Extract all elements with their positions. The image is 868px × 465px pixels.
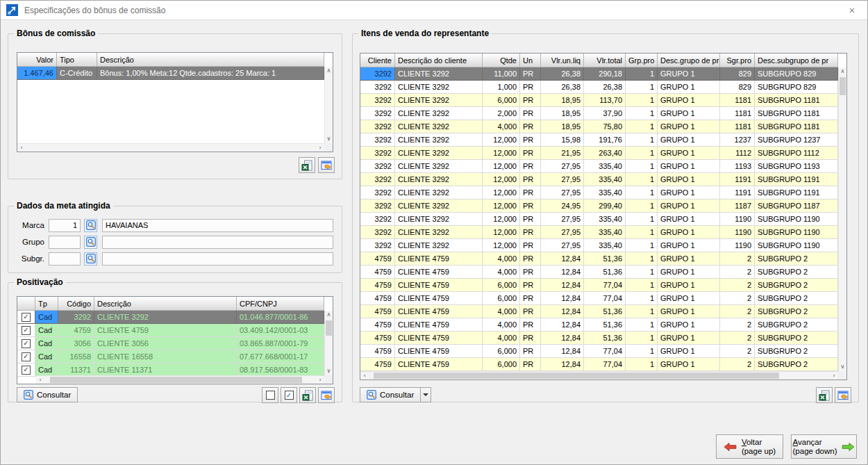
positivacao-horizontal-scrollbar[interactable]: ‹ › bbox=[36, 375, 324, 384]
row-checkbox[interactable]: ✓ bbox=[22, 339, 31, 348]
itens-row[interactable]: 3292CLIENTE 329211,000PR26,38290,181GRUP… bbox=[360, 67, 838, 81]
column-header[interactable]: Descrição do cliente bbox=[395, 54, 483, 67]
scroll-up-arrow[interactable]: ∧ bbox=[839, 67, 846, 76]
scroll-thumb[interactable] bbox=[326, 320, 332, 336]
bonus-horizontal-scrollbar[interactable]: ‹ › bbox=[17, 143, 324, 152]
itens-consultar-dropdown-button[interactable] bbox=[420, 387, 431, 402]
itens-row[interactable]: 4759CLIENTE 47594,000PR12,8451,361GRUPO … bbox=[360, 332, 838, 345]
scroll-left-arrow[interactable]: ‹ bbox=[17, 144, 26, 152]
positivacao-consultar-button[interactable]: Consultar bbox=[17, 387, 78, 402]
itens-row[interactable]: 4759CLIENTE 47596,000PR12,8477,041GRUPO … bbox=[360, 358, 838, 371]
column-header[interactable]: Descrição bbox=[97, 53, 324, 67]
column-header[interactable]: Tp bbox=[35, 297, 58, 311]
itens-row[interactable]: 4759CLIENTE 47596,000PR12,8477,041GRUPO … bbox=[360, 292, 838, 305]
column-header[interactable]: Grp.pro bbox=[626, 54, 658, 67]
scroll-thumb[interactable] bbox=[840, 77, 846, 95]
grupo-description-field[interactable] bbox=[102, 236, 333, 249]
bonus-row[interactable]: 1.467,46C-CréditoBônus: 1,00% Meta:12 Qt… bbox=[17, 67, 324, 80]
bonus-report-button[interactable] bbox=[318, 157, 335, 173]
row-checkbox[interactable]: ✓ bbox=[22, 326, 31, 335]
column-header[interactable]: Tipo bbox=[57, 53, 97, 67]
row-checkbox[interactable]: ✓ bbox=[22, 352, 31, 361]
column-header[interactable]: Desc.grupo de produ bbox=[658, 54, 720, 67]
row-checkbox[interactable]: ✓ bbox=[22, 366, 31, 375]
positivacao-row[interactable]: ✓Cad3056CLIENTE 305603.865.887/0001-79 bbox=[17, 337, 324, 350]
positivacao-export-excel-button[interactable] bbox=[299, 387, 316, 403]
scroll-thumb[interactable] bbox=[374, 373, 779, 379]
grupo-code-input[interactable] bbox=[49, 236, 81, 249]
subgrupo-code-input[interactable] bbox=[49, 252, 81, 266]
itens-row[interactable]: 4759CLIENTE 47596,000PR12,8477,041GRUPO … bbox=[360, 345, 838, 358]
scroll-track[interactable] bbox=[839, 76, 846, 363]
itens-horizontal-scrollbar[interactable]: ‹ › bbox=[360, 371, 838, 380]
itens-vertical-scrollbar[interactable]: ∧ ∨ bbox=[838, 67, 846, 371]
column-header[interactable]: Valor bbox=[17, 53, 57, 67]
column-header[interactable] bbox=[17, 297, 35, 311]
itens-row[interactable]: 4759CLIENTE 47594,000PR12,8451,361GRUPO … bbox=[360, 318, 838, 332]
avancar-button[interactable]: Avançar (page down) bbox=[791, 434, 857, 459]
itens-row[interactable]: 3292CLIENTE 32922,000PR18,9537,901GRUPO … bbox=[360, 107, 838, 120]
column-header[interactable]: Descrição bbox=[94, 297, 237, 311]
column-header[interactable]: Un bbox=[520, 54, 541, 67]
check-all-button[interactable]: ✓ bbox=[281, 387, 297, 403]
itens-consultar-button[interactable]: Consultar bbox=[360, 387, 421, 402]
itens-row[interactable]: 3292CLIENTE 329212,000PR21,95263,401GRUP… bbox=[360, 147, 838, 160]
scroll-up-arrow[interactable]: ∧ bbox=[325, 311, 333, 319]
scroll-down-arrow[interactable]: ∨ bbox=[325, 367, 333, 375]
positivacao-vertical-scrollbar[interactable]: ∧ ∨ bbox=[324, 311, 333, 375]
positivacao-row[interactable]: ✓Cad3292CLIENTE 329201.046.877/0001-86 bbox=[17, 311, 324, 324]
scroll-track[interactable] bbox=[369, 372, 830, 380]
column-header[interactable]: Vlr.un.liq bbox=[541, 54, 584, 67]
scroll-right-arrow[interactable]: › bbox=[316, 144, 324, 152]
positivacao-row[interactable]: ✓Cad16558CLIENTE 1655807.677.668/0001-17 bbox=[17, 350, 324, 364]
column-header[interactable]: CPF/CNPJ bbox=[237, 297, 324, 311]
itens-row[interactable]: 3292CLIENTE 32926,000PR18,95113,701GRUPO… bbox=[360, 94, 838, 107]
scroll-track[interactable] bbox=[44, 376, 316, 384]
column-header[interactable]: Sgr.pro bbox=[720, 54, 755, 67]
scroll-track[interactable] bbox=[26, 144, 316, 152]
scroll-thumb[interactable] bbox=[50, 377, 303, 383]
scroll-left-arrow[interactable]: ‹ bbox=[36, 376, 44, 384]
itens-row[interactable]: 3292CLIENTE 329212,000PR27,95335,401GRUP… bbox=[360, 160, 838, 173]
scroll-track[interactable] bbox=[325, 319, 333, 367]
marca-lookup-button[interactable] bbox=[84, 219, 97, 232]
column-header[interactable]: Cliente bbox=[360, 54, 395, 67]
itens-row[interactable]: 4759CLIENTE 47594,000PR12,8451,361GRUPO … bbox=[360, 266, 838, 279]
bonus-export-excel-button[interactable] bbox=[299, 157, 315, 173]
scroll-right-arrow[interactable]: › bbox=[316, 376, 324, 384]
scroll-right-arrow[interactable]: › bbox=[830, 372, 838, 380]
grupo-lookup-button[interactable] bbox=[84, 236, 97, 249]
subgrupo-description-field[interactable] bbox=[102, 252, 333, 266]
itens-report-button[interactable] bbox=[835, 387, 851, 403]
positivacao-report-button[interactable] bbox=[318, 387, 335, 403]
subgrupo-lookup-button[interactable] bbox=[84, 252, 97, 266]
column-header[interactable]: Qtde bbox=[483, 54, 520, 67]
itens-row[interactable]: 4759CLIENTE 47594,000PR12,8451,361GRUPO … bbox=[360, 305, 838, 318]
column-header[interactable]: Desc.subgrupo de pr bbox=[755, 54, 838, 67]
itens-row[interactable]: 3292CLIENTE 329212,000PR27,95335,401GRUP… bbox=[360, 239, 838, 252]
scroll-left-arrow[interactable]: ‹ bbox=[360, 372, 369, 380]
column-header[interactable]: Vlr.total bbox=[584, 54, 626, 67]
scroll-up-arrow[interactable]: ∧ bbox=[325, 67, 333, 75]
scroll-down-arrow[interactable]: ∨ bbox=[839, 363, 846, 371]
marca-code-input[interactable]: 1 bbox=[49, 219, 81, 232]
voltar-button[interactable]: Voltar (page up) bbox=[716, 434, 783, 459]
itens-row[interactable]: 3292CLIENTE 32921,000PR26,3826,381GRUPO … bbox=[360, 81, 838, 94]
marca-description-field[interactable]: HAVAIANAS bbox=[102, 219, 333, 232]
column-header[interactable]: Código bbox=[58, 297, 94, 311]
itens-row[interactable]: 3292CLIENTE 329212,000PR15,98191,761GRUP… bbox=[360, 133, 838, 147]
bonus-vertical-scrollbar[interactable]: ∧ ∨ bbox=[324, 67, 333, 143]
itens-row[interactable]: 3292CLIENTE 329212,000PR27,95335,401GRUP… bbox=[360, 173, 838, 186]
itens-row[interactable]: 3292CLIENTE 329212,000PR27,95335,401GRUP… bbox=[360, 226, 838, 239]
itens-export-excel-button[interactable] bbox=[816, 387, 833, 403]
itens-row[interactable]: 3292CLIENTE 32924,000PR18,9575,801GRUPO … bbox=[360, 120, 838, 133]
itens-row[interactable]: 3292CLIENTE 329212,000PR27,95335,401GRUP… bbox=[360, 213, 838, 226]
uncheck-all-button[interactable] bbox=[262, 387, 278, 403]
row-checkbox[interactable]: ✓ bbox=[22, 313, 31, 322]
itens-row[interactable]: 4759CLIENTE 47596,000PR12,8477,041GRUPO … bbox=[360, 279, 838, 292]
close-button[interactable]: × bbox=[837, 1, 867, 19]
itens-row[interactable]: 4759CLIENTE 47594,000PR12,8451,361GRUPO … bbox=[360, 252, 838, 266]
itens-row[interactable]: 3292CLIENTE 329212,000PR24,95299,401GRUP… bbox=[360, 199, 838, 213]
positivacao-row[interactable]: ✓Cad4759CLIENTE 475903.409.142/0001-03 bbox=[17, 324, 324, 337]
scroll-down-arrow[interactable]: ∨ bbox=[325, 135, 333, 143]
